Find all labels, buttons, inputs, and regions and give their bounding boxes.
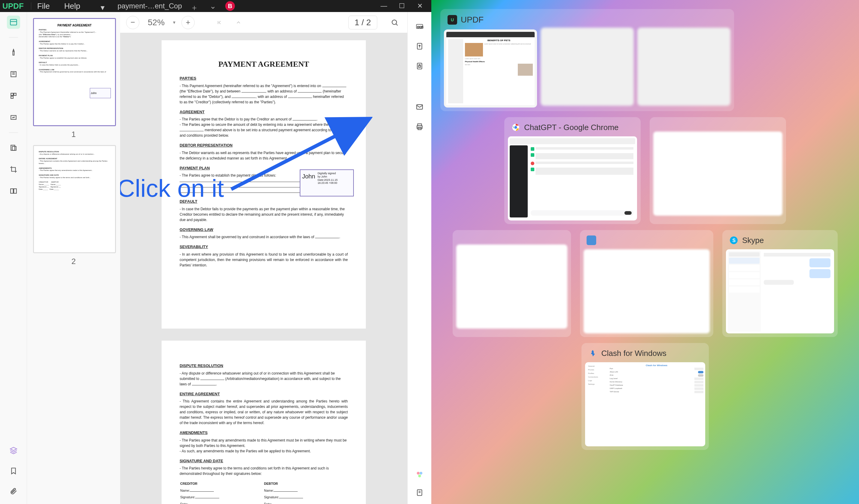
- layers-icon[interactable]: [7, 444, 20, 457]
- protect-icon[interactable]: [414, 61, 425, 72]
- svg-rect-7: [14, 93, 16, 95]
- section-header: GOVERNING LAW: [180, 227, 348, 233]
- email-icon[interactable]: [414, 102, 425, 112]
- edit-tool-icon[interactable]: [7, 67, 20, 81]
- svg-point-14: [392, 20, 396, 24]
- task-window-chrome[interactable]: ChatGPT - Google Chrome: [504, 117, 641, 224]
- body-text: (the "Effective Date"), by and between: [180, 89, 241, 93]
- maximize-button[interactable]: ☐: [393, 0, 411, 12]
- app-icon: [587, 235, 596, 245]
- minimize-button[interactable]: —: [375, 0, 393, 12]
- task-thumbnail[interactable]: [653, 132, 782, 216]
- thumbnail-page-1[interactable]: PAYMENT AGREEMENT PARTIES- The Payment A…: [33, 18, 116, 126]
- attachment-icon[interactable]: [7, 485, 20, 498]
- svg-point-27: [420, 472, 422, 475]
- svg-rect-8: [11, 96, 13, 98]
- section-header: PARTIES: [180, 75, 348, 81]
- section-header: SIGNATURE AND DATE: [180, 458, 348, 464]
- thumbnail-item[interactable]: DISPUTE RESOLUTION- Any dispute or diffe…: [33, 145, 114, 266]
- titlebar: UPDF File Help ▾ payment-…ent_Cop ＋ ⌄ B …: [0, 0, 431, 12]
- share-icon[interactable]: [414, 487, 425, 498]
- skype-app-icon: S: [729, 235, 739, 245]
- zoom-in-button[interactable]: +: [181, 16, 195, 29]
- document-area: − 52% ▾ + 1 / 2 Click on it PAYMENT AGRE…: [120, 12, 407, 504]
- bookmark-icon[interactable]: [7, 464, 20, 477]
- body-text: This Payment Agreement (hereinafter refe…: [182, 84, 321, 88]
- window-controls: — ☐ ✕: [375, 0, 429, 12]
- task-window-clash[interactable]: Clash for Windows GeneralProxiesProfiles…: [582, 343, 709, 450]
- fill-sign-tool-icon[interactable]: [7, 111, 20, 124]
- body-text: In case the Debtor fails to provide the …: [180, 207, 345, 222]
- close-button[interactable]: ✕: [411, 0, 429, 12]
- task-thumbnail[interactable]: [584, 249, 710, 333]
- task-thumbnail[interactable]: GeneralProxiesProfilesConnectionsLogsSet…: [585, 362, 705, 446]
- tab-dropdown-icon[interactable]: ▾: [101, 3, 107, 9]
- thumbnail-page-2[interactable]: DISPUTE RESOLUTION- Any dispute or diffe…: [33, 145, 116, 253]
- menu-file[interactable]: File: [37, 1, 50, 11]
- document-scroll[interactable]: Click on it PAYMENT AGREEMENT PARTIES - …: [120, 33, 407, 504]
- main-body: PAYMENT AGREEMENT PARTIES- The Payment A…: [0, 12, 431, 504]
- separator: [31, 2, 31, 10]
- updf-app-icon: U: [448, 15, 457, 25]
- print-icon[interactable]: [414, 121, 425, 132]
- ocr-icon[interactable]: OCR: [414, 21, 425, 32]
- body-text: In an event where any provision of this …: [180, 252, 348, 267]
- svg-rect-13: [14, 189, 16, 193]
- task-thumbnail[interactable]: [456, 244, 567, 329]
- zoom-dropdown-icon[interactable]: ▾: [173, 19, 176, 25]
- body-text: , with an address of: [256, 95, 288, 99]
- section-header: DISPUTE RESOLUTION: [180, 363, 348, 369]
- search-icon[interactable]: [388, 16, 401, 29]
- tab-title: payment-…ent_Cop: [118, 2, 182, 10]
- doc-title: PAYMENT AGREEMENT: [180, 58, 348, 70]
- separator: [9, 37, 18, 37]
- thumbnails-tool-icon[interactable]: [7, 16, 20, 29]
- task-window-blurred[interactable]: [453, 230, 571, 337]
- organize-tool-icon[interactable]: [7, 89, 20, 103]
- task-thumbnail[interactable]: [637, 28, 730, 106]
- task-group-updf[interactable]: U UPDF BENEFITS OF PETS Lorem ipsum dolo…: [440, 9, 734, 111]
- user-avatar[interactable]: B: [225, 1, 235, 11]
- thumbnail-number: 2: [33, 257, 114, 266]
- ai-icon[interactable]: [414, 469, 425, 480]
- clash-app-icon: [588, 348, 598, 358]
- tab-overflow-icon[interactable]: ⌄: [210, 1, 216, 11]
- page-indicator[interactable]: 1 / 2: [348, 16, 377, 29]
- annotation-arrow: [222, 114, 373, 204]
- task-title-text: UPDF: [461, 15, 484, 25]
- task-window-blurred[interactable]: [580, 230, 713, 337]
- compare-tool-icon[interactable]: [7, 184, 20, 198]
- updf-app-window: UPDF File Help ▾ payment-…ent_Cop ＋ ⌄ B …: [0, 0, 431, 504]
- comment-tool-icon[interactable]: [7, 46, 20, 59]
- body-text: The Parties hereby agree to the terms an…: [180, 466, 329, 476]
- separator: [9, 133, 18, 133]
- task-window-blurred[interactable]: [650, 117, 786, 224]
- task-thumbnail[interactable]: BENEFITS OF PETS Lorem ipsum dolor sit a…: [444, 29, 537, 108]
- document-tab[interactable]: payment-…ent_Cop: [112, 0, 187, 12]
- add-tab-icon[interactable]: ＋: [191, 2, 198, 10]
- document-page-2[interactable]: DISPUTE RESOLUTION - Any dispute or diff…: [162, 341, 366, 504]
- first-page-icon[interactable]: [213, 16, 226, 29]
- export-icon[interactable]: [414, 41, 425, 52]
- task-title-text: ChatGPT - Google Chrome: [524, 123, 619, 132]
- zoom-value[interactable]: 52%: [145, 18, 167, 27]
- svg-rect-11: [12, 147, 16, 151]
- prev-page-icon[interactable]: [232, 16, 245, 29]
- menu-help[interactable]: Help: [64, 1, 80, 11]
- zoom-out-button[interactable]: −: [126, 16, 139, 29]
- thumbnail-item[interactable]: PAYMENT AGREEMENT PARTIES- The Payment A…: [33, 18, 114, 139]
- svg-text:S: S: [732, 238, 736, 243]
- task-thumbnail[interactable]: [541, 28, 634, 106]
- svg-line-16: [231, 120, 366, 189]
- crop-tool-icon[interactable]: [7, 163, 20, 176]
- chrome-app-icon: [511, 123, 521, 132]
- annotation-text: Click on it: [120, 174, 224, 202]
- task-thumbnail[interactable]: [508, 136, 637, 220]
- thumbnails-panel: PAYMENT AGREEMENT PARTIES- The Payment A…: [27, 12, 120, 504]
- body-text: The Parties agree that any amendments ma…: [180, 438, 347, 448]
- task-window-skype[interactable]: S Skype: [722, 230, 838, 337]
- left-tool-rail: [0, 12, 27, 504]
- redact-tool-icon[interactable]: [7, 141, 20, 154]
- section-header: AMENDMENTS: [180, 430, 348, 436]
- task-thumbnail[interactable]: [726, 249, 834, 333]
